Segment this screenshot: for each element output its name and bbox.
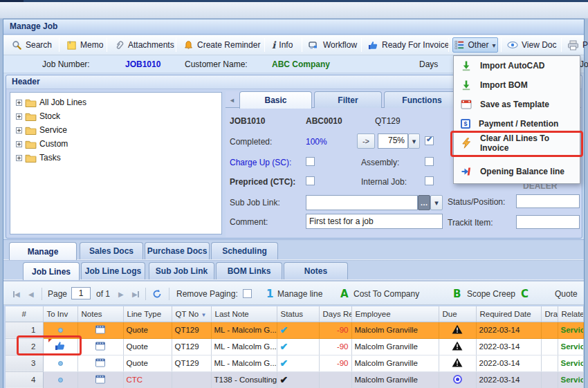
completed-checkbox[interactable] (425, 136, 434, 145)
tab-notes[interactable]: Notes (284, 262, 348, 279)
percent-select[interactable]: 75% (378, 133, 408, 149)
column-header-drawing[interactable]: Drawin (541, 306, 558, 322)
info-button[interactable]: i Info (270, 37, 295, 53)
attachments-button[interactable]: Attachments (112, 37, 176, 53)
column-header-employee[interactable]: Employee (351, 306, 439, 322)
paperclip-icon (114, 40, 125, 50)
tab-job-lines[interactable]: Job Lines (23, 262, 80, 280)
menu-item-import-autocad[interactable]: Import AutoCAD (454, 56, 580, 75)
table-row[interactable]: 3 Quote QT129 ML - Malcolm G... ✔ -90 Ma… (6, 355, 583, 371)
first-page-button[interactable]: ◀ (13, 288, 20, 300)
percent-select-arrow[interactable] (408, 133, 420, 149)
column-header-notes[interactable]: Notes (77, 306, 123, 322)
tree-item-custom[interactable]: Custom (10, 137, 221, 151)
notes-cell[interactable] (77, 322, 123, 338)
assembly-checkbox[interactable] (425, 157, 434, 166)
column-header-last-note[interactable]: Last Note (211, 306, 277, 322)
sub-job-link-browse-button[interactable] (418, 195, 430, 210)
last-page-button[interactable]: ▶ (132, 288, 139, 300)
trackit-item-input[interactable] (516, 215, 580, 229)
column-header-related[interactable]: Related (558, 306, 583, 322)
qt-no-cell: QT129 (172, 322, 211, 338)
table-row[interactable]: 1 Quote QT129 ML - Malcolm G... ✔ -90 Ma… (6, 322, 583, 338)
tree-item-tasks[interactable]: Tasks (10, 151, 221, 165)
status-position-input[interactable] (516, 194, 580, 208)
status-check-icon: ✔ (280, 374, 288, 385)
to-invoice-dot-icon[interactable] (58, 378, 63, 382)
status-check-icon: ✔ (280, 358, 288, 369)
prepriced-checkbox[interactable] (306, 176, 315, 185)
menu-item-save-as-template[interactable]: Save as Template (454, 95, 580, 114)
tab-scheduling[interactable]: Scheduling (211, 242, 278, 259)
tab-basic[interactable]: Basic (239, 91, 312, 109)
job-lines-table: # To Inv Notes Line Type QT No ▼ Last No… (6, 306, 584, 388)
expand-icon[interactable] (16, 141, 22, 147)
print-button[interactable]: P (565, 37, 588, 53)
tab-job-line-logs[interactable]: Job Line Logs (81, 262, 145, 279)
notes-cell[interactable] (77, 338, 123, 355)
tree-item-all-job-lines[interactable]: All Job Lines (10, 95, 221, 109)
charge-up-checkbox[interactable] (306, 157, 315, 166)
apply-percent-button[interactable]: -> (357, 133, 375, 149)
notes-calendar-icon[interactable] (95, 358, 106, 367)
tab-scroll-left-icon[interactable]: ◄ (227, 95, 237, 106)
tab-sales-docs[interactable]: Sales Docs (80, 242, 143, 259)
column-header-num[interactable]: # (6, 306, 43, 322)
table-row[interactable]: 4 CTC T138 - Consulting ✔ Malcolm Granvi… (6, 371, 583, 388)
menu-item-import-bom[interactable]: Import BOM (454, 75, 580, 95)
tab-purchase-docs[interactable]: Purchase Docs (145, 242, 210, 259)
comment-input[interactable] (306, 214, 443, 229)
to-invoice-dot-icon[interactable] (58, 328, 63, 333)
search-button[interactable]: Search (10, 37, 54, 53)
to-inv-cell[interactable] (43, 371, 77, 388)
column-header-to-inv[interactable]: To Inv (43, 306, 77, 322)
tree-item-stock[interactable]: Stock (10, 109, 221, 123)
sub-job-link-input[interactable] (306, 195, 418, 210)
related-cell[interactable]: Service (558, 355, 583, 371)
tab-filter[interactable]: Filter (314, 91, 382, 108)
tree-item-service[interactable]: Service (10, 123, 221, 137)
notes-calendar-icon[interactable] (95, 375, 106, 384)
related-cell[interactable]: Service (558, 371, 583, 388)
expand-icon[interactable] (16, 113, 22, 120)
create-reminder-button[interactable]: Create Reminder (181, 37, 262, 53)
other-button[interactable]: Other (452, 37, 498, 53)
expand-icon[interactable] (16, 100, 22, 106)
tab-sub-job-link[interactable]: Sub Job Link (149, 262, 214, 279)
view-doc-button[interactable]: View Doc (505, 37, 558, 53)
due-cell (439, 322, 476, 338)
tab-manage[interactable]: Manage (9, 242, 77, 260)
to-invoice-dot-icon[interactable] (58, 361, 63, 366)
menu-item-opening-balance-line[interactable]: Opening Balance line (454, 162, 580, 181)
expand-icon[interactable] (16, 127, 22, 133)
expand-icon[interactable] (16, 155, 22, 161)
next-page-button[interactable]: ▶ (118, 288, 124, 300)
tab-bom-links[interactable]: BOM Links (216, 262, 282, 279)
notes-calendar-icon[interactable] (95, 325, 106, 334)
qt-no-cell: QT129 (172, 338, 211, 355)
related-cell[interactable]: Service (558, 322, 583, 338)
page-input[interactable] (71, 287, 91, 299)
internal-job-checkbox[interactable] (425, 176, 434, 185)
column-header-due[interactable]: Due (439, 306, 476, 322)
ready-for-invoice-button[interactable]: Ready For Invoice (366, 37, 451, 53)
column-header-required-date[interactable]: Required Date (476, 306, 541, 322)
memo-button[interactable]: Memo (64, 37, 105, 53)
notes-calendar-icon[interactable] (95, 342, 106, 351)
table-row[interactable]: 2 Quote QT129 ML - Malcolm G... ✔ -90 Ma… (6, 338, 583, 355)
remove-paging-checkbox[interactable] (243, 289, 252, 298)
column-header-days-rec[interactable]: Days Rec (319, 306, 351, 322)
toolbar-separator (107, 38, 107, 52)
tab-functions[interactable]: Functions (384, 91, 460, 108)
related-cell[interactable]: Service (558, 338, 583, 355)
notes-cell[interactable] (77, 355, 123, 371)
prev-page-button[interactable]: ◀ (28, 288, 34, 300)
refresh-button[interactable] (152, 288, 162, 300)
column-header-qt-no[interactable]: QT No ▼ (172, 306, 211, 322)
notes-cell[interactable] (77, 371, 123, 388)
sub-job-link-arrow[interactable] (430, 195, 443, 210)
workflow-button[interactable]: Workflow (306, 37, 359, 53)
column-header-line-type[interactable]: Line Type (123, 306, 172, 322)
to-inv-cell[interactable] (43, 355, 77, 371)
column-header-status[interactable]: Status (277, 306, 319, 322)
